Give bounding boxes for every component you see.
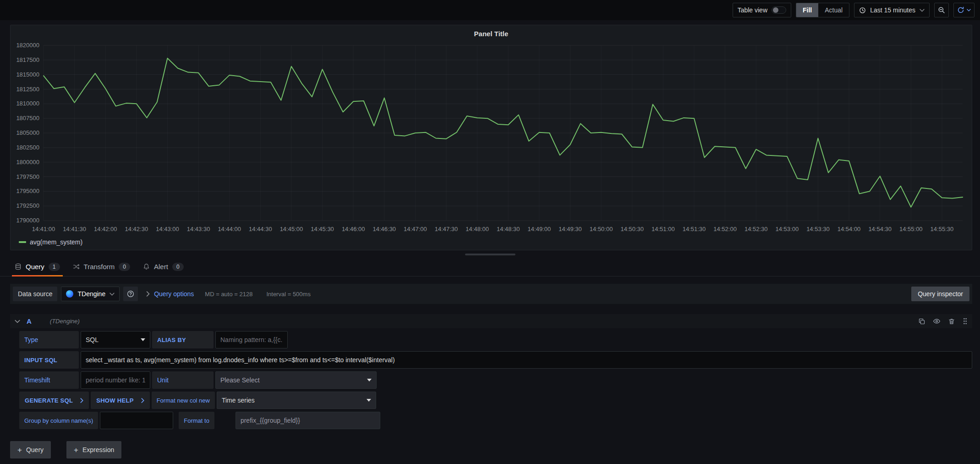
svg-text:1817500: 1817500: [16, 56, 39, 63]
refresh-icon: [957, 6, 964, 14]
svg-text:14:44:00: 14:44:00: [218, 226, 241, 232]
drag-handle-icon[interactable]: [963, 317, 968, 325]
svg-text:1790000: 1790000: [16, 217, 39, 224]
generate-row: GENERATE SQL SHOW HELP Format new col ne…: [19, 392, 972, 409]
tab-transform[interactable]: Transform 0: [70, 257, 133, 276]
format-select[interactable]: Time series: [217, 392, 376, 409]
svg-text:14:54:30: 14:54:30: [868, 226, 892, 232]
zoom-out-button[interactable]: [934, 3, 949, 17]
collapse-caret-icon[interactable]: [15, 320, 20, 323]
chevron-right-icon: [146, 291, 150, 297]
duplicate-query-icon[interactable]: [918, 318, 925, 325]
timeshift-row: Timeshift Unit Please Select: [19, 371, 972, 389]
timeshift-input[interactable]: [81, 371, 150, 389]
type-row: Type SQL ALIAS BY: [19, 331, 972, 348]
panel-resize-handle[interactable]: [465, 254, 515, 255]
transform-icon: [73, 263, 80, 270]
svg-text:14:50:30: 14:50:30: [620, 226, 644, 232]
query-options-toggle[interactable]: Query options: [146, 290, 194, 298]
query-inspector-button[interactable]: Query inspector: [911, 287, 969, 301]
format-to-input[interactable]: [235, 412, 380, 429]
svg-text:14:53:00: 14:53:00: [776, 226, 799, 232]
delete-query-trash-icon[interactable]: [948, 318, 955, 325]
query-row-header: A (TDengine): [10, 314, 972, 328]
format-select-value: Time series: [222, 397, 255, 404]
alias-by-input[interactable]: [215, 331, 288, 348]
zoom-out-icon: [938, 6, 945, 14]
chevron-down-icon: [920, 9, 925, 12]
panel: Panel Title 1790000179250017950001797500…: [10, 25, 972, 250]
chevron-down-icon: [109, 293, 115, 296]
svg-text:14:50:00: 14:50:00: [590, 226, 613, 232]
datasource-help-button[interactable]: [123, 287, 138, 301]
chevron-right-icon: [141, 398, 144, 403]
svg-text:1810000: 1810000: [16, 100, 39, 107]
fill-button[interactable]: Fill: [796, 3, 818, 17]
datasource-label: Data source: [13, 287, 57, 301]
chart-legend: avg(mem_system): [14, 236, 968, 248]
svg-text:14:45:30: 14:45:30: [311, 226, 334, 232]
datasource-value: TDengine: [77, 290, 105, 298]
chevron-right-icon: [80, 398, 83, 403]
add-query-label: Query: [26, 446, 44, 453]
type-select[interactable]: SQL: [81, 331, 150, 348]
table-view-switch[interactable]: [772, 6, 786, 14]
chevron-down-icon: [141, 338, 145, 341]
table-view-toggle[interactable]: Table view: [733, 3, 791, 17]
svg-text:1805000: 1805000: [16, 129, 39, 136]
timeseries-chart[interactable]: 1790000179250017950001797500180000018025…: [14, 40, 968, 236]
svg-text:1802500: 1802500: [16, 144, 39, 151]
plus-icon: +: [17, 446, 22, 454]
bell-icon: [143, 263, 150, 270]
panel-title: Panel Title: [14, 28, 968, 40]
tab-alert[interactable]: Alert 0: [140, 257, 186, 276]
query-editor-form: Type SQL ALIAS BY INPUT SQL Timeshift Un…: [19, 331, 972, 429]
svg-text:14:42:00: 14:42:00: [94, 226, 117, 232]
refresh-button[interactable]: [953, 3, 975, 17]
svg-text:14:43:00: 14:43:00: [156, 226, 179, 232]
unit-select[interactable]: Please Select: [215, 371, 377, 389]
group-by-row: Group by column name(s) Format to: [19, 412, 972, 429]
input-sql-input[interactable]: [81, 351, 972, 369]
show-help-button[interactable]: SHOW HELP: [91, 392, 149, 409]
table-view-label: Table view: [738, 6, 767, 14]
time-range-picker[interactable]: Last 15 minutes: [854, 3, 930, 17]
tab-query[interactable]: Query 1: [12, 257, 63, 276]
chevron-down-icon: [367, 379, 372, 381]
svg-text:14:46:30: 14:46:30: [372, 226, 396, 232]
svg-text:14:49:30: 14:49:30: [558, 226, 582, 232]
actual-button[interactable]: Actual: [818, 3, 849, 17]
svg-text:14:55:30: 14:55:30: [931, 226, 954, 232]
show-help-label: SHOW HELP: [96, 397, 133, 404]
query-toolbar: Data source TDengine Query options MD = …: [10, 284, 972, 304]
svg-text:14:45:00: 14:45:00: [280, 226, 303, 232]
hide-response-eye-icon[interactable]: [933, 317, 941, 325]
svg-text:1800000: 1800000: [16, 159, 39, 166]
svg-text:1795000: 1795000: [16, 188, 39, 194]
generate-sql-button[interactable]: GENERATE SQL: [19, 392, 89, 409]
query-ref-id[interactable]: A: [27, 317, 32, 325]
alias-by-label: ALIAS BY: [152, 331, 214, 348]
query-row-actions: [918, 317, 968, 325]
datasource-picker[interactable]: TDengine: [61, 287, 120, 301]
tab-query-count: 1: [49, 263, 60, 271]
svg-text:14:53:30: 14:53:30: [806, 226, 830, 232]
tab-alert-count: 0: [172, 263, 184, 271]
tab-transform-count: 0: [119, 263, 130, 271]
unit-select-value: Please Select: [220, 376, 260, 384]
top-header: Table view Fill Actual Last 15 minutes: [0, 0, 980, 20]
chart-canvas[interactable]: 1790000179250017950001797500180000018025…: [14, 40, 968, 236]
group-by-label: Group by column name(s): [19, 412, 98, 429]
query-datasource-hint: (TDengine): [50, 318, 80, 325]
chevron-down-icon: [367, 399, 371, 402]
refresh-caret-icon: [967, 9, 971, 11]
group-by-input[interactable]: [100, 412, 173, 429]
svg-text:14:48:00: 14:48:00: [465, 226, 489, 232]
database-icon: [15, 263, 22, 270]
format-label: Format new col new: [152, 392, 215, 409]
svg-text:1792500: 1792500: [16, 202, 39, 209]
svg-text:14:47:30: 14:47:30: [435, 226, 458, 232]
legend-series-label[interactable]: avg(mem_system): [30, 238, 82, 246]
add-query-button[interactable]: + Query: [10, 441, 51, 458]
add-expression-button[interactable]: + Expression: [66, 441, 121, 458]
